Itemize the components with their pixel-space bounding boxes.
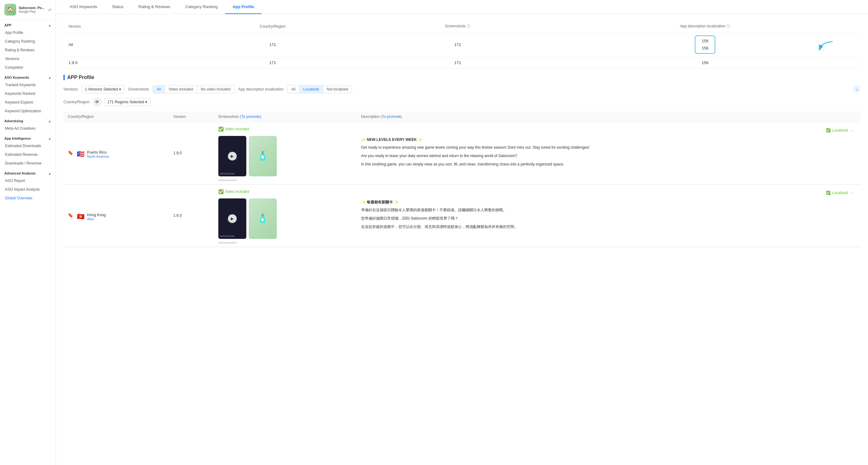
desc-para-1: 準備好在這個節日體驗令人驚嘆的新遊戲關卡！不要錯過。請繼續關注令人興奮的挑戰。 xyxy=(361,207,856,213)
localization-info-icon[interactable]: ⓘ xyxy=(726,24,730,28)
col-country: Country/Region xyxy=(63,111,169,122)
desc-title-1: ✨ 每週都有新關卡 ✨ xyxy=(361,199,856,205)
sidebar-item-estimated-revenue[interactable]: Estimated Revenue xyxy=(0,150,56,159)
data-table-header: Country/Region Version Screenshots (To p… xyxy=(63,111,861,122)
video-thumbnail-0[interactable]: 🎮 ▶ SATISROOM xyxy=(218,136,246,176)
screenshots-btn-video[interactable]: Video included xyxy=(165,86,197,93)
desc-status-1: ✅ Localized ··· xyxy=(361,188,856,199)
sidebar-item-competitor[interactable]: Competitor xyxy=(0,63,56,72)
scrollbar-0[interactable] xyxy=(218,180,237,181)
localized-badge-1: ✅ Localized xyxy=(826,191,848,195)
country-cell-0: 🔖 🇵🇷 Puerto Rico North America xyxy=(63,122,169,184)
version-cell-1: 1.9.0 xyxy=(169,184,214,247)
summary-country-0: 171 xyxy=(180,32,366,57)
summary-row-1: 1.9.0171171156 xyxy=(63,57,861,68)
summary-table-header: VersionCountry/RegionScreenshots ⓘApp de… xyxy=(63,21,861,32)
sidebar-item-aso-impact-analysis[interactable]: ASO Impact Analysis xyxy=(0,185,56,194)
top-nav-tab-app-profile[interactable]: App Profile xyxy=(225,0,261,14)
content-area: VersionCountry/RegionScreenshots ⓘApp de… xyxy=(56,14,868,465)
top-nav-tab-category-ranking[interactable]: Category Ranking xyxy=(178,0,225,14)
sidebar-section-app-intelligence[interactable]: App Intelligence▲ xyxy=(0,133,56,142)
country-cell-1: 🔖 🇭🇰 Hong Kong Asia xyxy=(63,184,169,247)
appdesc-btn-all[interactable]: All xyxy=(288,86,300,93)
country-dropdown[interactable]: 171 Regions Selected ▾ xyxy=(104,98,151,106)
sidebar-item-app-profile[interactable]: App Profile xyxy=(0,28,56,37)
summary-header-2: Screenshots ⓘ xyxy=(366,21,550,32)
summary-row-0: All171171156156 xyxy=(63,32,861,57)
main-content: ASO KeywordsStatusRating & ReviewsCatego… xyxy=(56,0,868,465)
sidebar-item-aso-report[interactable]: ASO Report xyxy=(0,176,56,185)
bookmark-icon-0[interactable]: 🔖 xyxy=(68,150,73,155)
more-options-button-0[interactable]: ··· xyxy=(848,127,856,134)
summary-country-1: 171 xyxy=(180,57,366,68)
appdesc-btn-notlocalized[interactable]: Not localized xyxy=(323,86,352,93)
sidebar-section-aso-keywords[interactable]: ASO Keywords▲ xyxy=(0,72,56,81)
sidebar-item-keyword-optimization[interactable]: Keyword Optimization xyxy=(0,107,56,115)
play-button-0[interactable]: ▶ xyxy=(228,152,237,160)
versions-dropdown-arrow: ▾ xyxy=(119,87,121,91)
sidebar-section-advanced-analysis[interactable]: Advanced Analysis▲ xyxy=(0,168,56,176)
app-store: Google Play xyxy=(19,10,46,13)
country-name-1: Hong Kong xyxy=(87,213,106,217)
play-button-1[interactable]: ▶ xyxy=(228,214,237,223)
sidebar-item-tracked-keywords[interactable]: Tracked Keywords xyxy=(0,81,56,89)
description-text-1: ✨ 每週都有新關卡 ✨ 準備好在這個節日體驗令人驚嘆的新遊戲關卡！不要錯過。請繼… xyxy=(361,199,856,230)
sidebar-item-rating-reviews[interactable]: Rating & Reviews xyxy=(0,46,56,55)
scrollbar-1[interactable] xyxy=(218,242,237,244)
sidebar-section-advertising[interactable]: Advertising▲ xyxy=(0,115,56,124)
versions-dropdown[interactable]: 1 Versions Selected ▾ xyxy=(82,85,124,93)
video-included-label-0: Video included xyxy=(225,127,249,131)
screenshots-btn-novideo[interactable]: No video included xyxy=(197,86,234,93)
video-label-1: SATISROOM xyxy=(220,235,234,238)
screenshots-filter-group: All Video included No video included xyxy=(153,85,235,93)
video-included-badge-0: ✅ Video included xyxy=(218,127,249,131)
flag-1: 🇭🇰 xyxy=(77,213,85,220)
summary-screenshots-0: 171 xyxy=(366,32,550,57)
sidebar-section-app[interactable]: APP▲ xyxy=(0,20,56,28)
region-tag-0[interactable]: North America xyxy=(87,155,109,158)
sidebar-item-estimated-downloads[interactable]: Estimated Downloads xyxy=(0,142,56,150)
screenshots-wrapper-1: 🎮 ▶ SATISROOM 🧴 xyxy=(218,196,352,241)
top-nav-tab-rating-&-reviews[interactable]: Rating & Reviews xyxy=(131,0,178,14)
img-thumbnail-0: 🧴 xyxy=(249,136,277,176)
screenshots-promote-link[interactable]: (To promote) xyxy=(240,115,261,119)
region-tag-1[interactable]: Asia xyxy=(87,217,106,221)
bookmark-icon-1[interactable]: 🔖 xyxy=(68,213,73,218)
summary-header-0: Version xyxy=(63,21,180,32)
sidebar-item-category-ranking[interactable]: Category Ranking xyxy=(0,37,56,46)
appdesc-btn-localized[interactable]: Localized xyxy=(300,86,323,93)
app-header[interactable]: 🏠 Satisroom: Pe... Google Play ⇄ xyxy=(0,0,56,20)
desc-para-1: 在這款舒緩的遊戲中，您可以在分類、填充和清潔時放鬆身心，將混亂轉變為井井有條的空… xyxy=(361,224,856,230)
summary-table-body: All1711711561561.9.0171171156 xyxy=(63,32,861,68)
sidebar-item-keyword-explore[interactable]: Keyword Explore xyxy=(0,98,56,107)
screenshots-info-icon[interactable]: ⓘ xyxy=(467,24,470,28)
sidebar-item-downloads-revenue[interactable]: Downloads / Revenue xyxy=(0,159,56,168)
appdesc-filter-group: All Localized Not localized xyxy=(287,85,352,93)
localized-label-0: Localized xyxy=(832,128,848,132)
top-nav-tab-status[interactable]: Status xyxy=(104,0,131,14)
country-refresh-button[interactable]: ⟳ xyxy=(93,98,102,106)
sidebar-item-versions[interactable]: Versions xyxy=(0,55,56,63)
app-info: Satisroom: Pe... Google Play xyxy=(19,6,46,13)
screenshots-status-1: ✅ Video included xyxy=(218,188,352,196)
sidebar-item-keywords-ranked[interactable]: Keywords Ranked xyxy=(0,89,56,98)
summary-table: VersionCountry/RegionScreenshots ⓘApp de… xyxy=(63,21,861,68)
sidebar-collapse-button[interactable]: ⇄ xyxy=(48,7,51,12)
country-info-1: 🔖 🇭🇰 Hong Kong Asia xyxy=(68,210,164,221)
data-row-1: 🔖 🇭🇰 Hong Kong Asia 1.9.0 ✅ Video includ… xyxy=(63,184,861,247)
sidebar-item-global-overview[interactable]: Global Overview xyxy=(0,194,56,203)
section-title-text: APP Profile xyxy=(67,75,94,80)
country-filter-row: Country/Region: ⟳ 171 Regions Selected ▾ xyxy=(63,98,861,106)
video-thumbnail-1[interactable]: 🎮 ▶ SATISROOM xyxy=(218,198,246,239)
localized-label-1: Localized xyxy=(832,191,848,195)
country-filter-label: Country/Region: xyxy=(63,100,91,104)
more-options-button-1[interactable]: ··· xyxy=(848,189,856,197)
video-included-badge-1: ✅ Video included xyxy=(218,189,249,194)
sidebar-item-meta-ad-creatives[interactable]: Meta Ad Creatives xyxy=(0,124,56,133)
top-nav-tab-aso-keywords[interactable]: ASO Keywords xyxy=(62,0,104,14)
filter-right-arrow-button[interactable]: › xyxy=(853,86,861,93)
screenshots-btn-all[interactable]: All xyxy=(153,86,165,93)
app-name: Satisroom: Pe... xyxy=(19,6,46,10)
sidebar-sections: APP▲App ProfileCategory RankingRating & … xyxy=(0,20,56,203)
description-promote-link[interactable]: (To promote) xyxy=(381,115,402,119)
